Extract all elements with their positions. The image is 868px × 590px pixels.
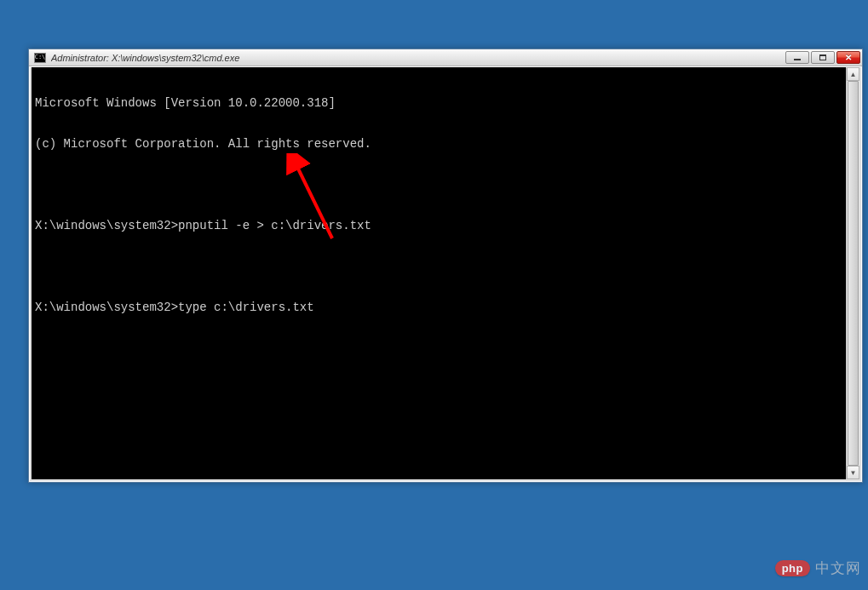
maximize-button[interactable] bbox=[811, 51, 835, 64]
watermark: php 中文网 bbox=[775, 558, 861, 578]
cmd-window: C:\ Administrator: X:\windows\system32\c… bbox=[28, 49, 863, 483]
scroll-track[interactable] bbox=[847, 81, 859, 466]
watermark-badge: php bbox=[775, 560, 810, 576]
terminal-line: (c) Microsoft Corporation. All rights re… bbox=[35, 137, 842, 151]
cmd-icon: C:\ bbox=[34, 53, 46, 63]
terminal-line: Microsoft Windows [Version 10.0.22000.31… bbox=[35, 96, 842, 110]
titlebar[interactable]: C:\ Administrator: X:\windows\system32\c… bbox=[29, 49, 862, 66]
terminal-line: X:\windows\system32>type c:\drivers.txt bbox=[35, 301, 842, 314]
scrollbar[interactable]: ▲ ▼ bbox=[846, 67, 859, 479]
minimize-icon bbox=[794, 59, 801, 60]
terminal-line bbox=[35, 178, 842, 192]
terminal-area: Microsoft Windows [Version 10.0.22000.31… bbox=[30, 67, 861, 481]
terminal-output[interactable]: Microsoft Windows [Version 10.0.22000.31… bbox=[32, 67, 846, 479]
scroll-up-button[interactable]: ▲ bbox=[847, 67, 859, 81]
window-controls: ✕ bbox=[785, 51, 860, 64]
terminal-line: X:\windows\system32>pnputil -e > c:\driv… bbox=[35, 219, 842, 232]
close-icon: ✕ bbox=[845, 54, 852, 62]
scroll-down-button[interactable]: ▼ bbox=[847, 466, 859, 479]
close-button[interactable]: ✕ bbox=[836, 51, 860, 64]
window-title: Administrator: X:\windows\system32\cmd.e… bbox=[51, 53, 785, 63]
minimize-button[interactable] bbox=[785, 51, 809, 64]
maximize-icon bbox=[819, 54, 826, 60]
watermark-text: 中文网 bbox=[815, 558, 861, 578]
terminal-line bbox=[35, 260, 842, 273]
scroll-thumb[interactable] bbox=[848, 81, 859, 466]
